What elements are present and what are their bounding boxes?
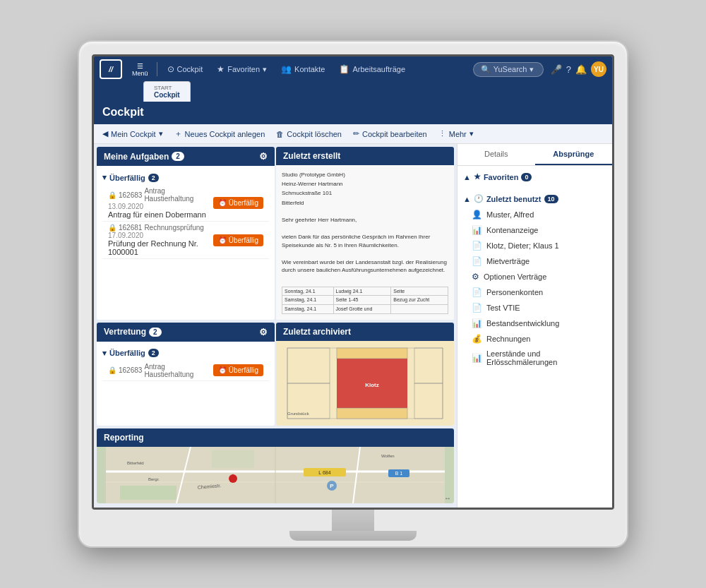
doc-icon-3: 📄	[472, 256, 482, 266]
recent-item-4[interactable]: ⚙ Optionen Verträge	[457, 269, 612, 284]
favoriten-icon: ★	[217, 64, 225, 74]
left-panels: Meine Aufgaben 2 ⚙ ▾ Überfällig 2	[94, 144, 457, 508]
logo[interactable]: //	[100, 59, 122, 79]
nav-icons: 🎤 ? 🔔 YU	[551, 61, 606, 77]
mein-cockpit-icon: ◀	[102, 129, 108, 138]
doc-address: Schmuckstraße 101	[282, 189, 448, 197]
nav-favoriten[interactable]: ★ Favoriten ▾	[211, 61, 273, 77]
recent-item-6[interactable]: 📄 Test VTIE	[457, 300, 612, 316]
overdue-label-1: Überfällig	[229, 199, 258, 207]
money-icon-8: 💰	[472, 334, 482, 344]
zuletzt-benutzt-section: ▲ 🕐 Zuletzt benutzt 10 👤 Muster, Alfred …	[457, 188, 612, 372]
nav-kontakte-label: Kontakte	[294, 65, 325, 73]
recent-label-9: Leerstände und Erlösschmälerungen	[486, 349, 604, 366]
doc-inner: Studio (Prototype GmbH) Heinz-Werner Har…	[276, 165, 454, 320]
nav-cockpit[interactable]: ⊙ Cockpit	[162, 61, 209, 77]
recent-item-2[interactable]: 📄 Klotz, Dieter; Klaus 1	[457, 238, 612, 253]
chart-icon-7: 📊	[472, 318, 482, 328]
sidebar-tabs: Details Absprünge	[457, 144, 612, 166]
task-left-3: 🔒 162683 Antrag Haustierhaltung	[108, 363, 213, 378]
meine-aufgaben-settings[interactable]: ⚙	[259, 151, 268, 162]
favoriten-star-icon: ★	[474, 172, 481, 181]
help-icon[interactable]: ?	[566, 64, 571, 75]
nav-auftraege[interactable]: 📋 Arbeitsaufträge	[333, 61, 411, 77]
favoriten-header[interactable]: ▲ ★ Favoriten 0	[457, 169, 612, 185]
vertretung-count: 2	[149, 328, 162, 337]
right-sidebar: Details Absprünge ▲ ★ Favoriten 0	[457, 144, 612, 508]
task-date-1: 13.09.2020	[108, 203, 213, 210]
reporting-panel: Reporting	[97, 428, 454, 503]
ueberfaellig-section-2[interactable]: ▾ Überfällig 2	[102, 346, 269, 361]
task-row-1: 🔒 162683 Antrag Haustierhaltung 13.09.20…	[102, 185, 269, 222]
search-icon: 🔍	[481, 65, 491, 74]
recent-label-8: Rechnungen	[486, 335, 530, 343]
nav-kontakte[interactable]: 👥 Kontakte	[275, 61, 330, 77]
vertretung-settings[interactable]: ⚙	[259, 327, 268, 337]
svg-rect-18	[212, 450, 254, 468]
nav-auftraege-label: Arbeitsaufträge	[352, 65, 405, 73]
zuletzt-archiviert-header: Zuletzt archiviert	[276, 323, 454, 341]
overdue-label-3: Überfällig	[229, 366, 258, 374]
tab-details[interactable]: Details	[457, 144, 535, 165]
microphone-icon[interactable]: 🎤	[551, 64, 562, 75]
top-panel-row: Meine Aufgaben 2 ⚙ ▾ Überfällig 2	[97, 147, 454, 321]
zuletzt-benutzt-header[interactable]: ▲ 🕐 Zuletzt benutzt 10	[457, 191, 612, 207]
task-lock-icon-1: 🔒	[108, 191, 116, 199]
reporting-title: Reporting	[104, 433, 144, 443]
person-icon-0: 👤	[472, 210, 482, 220]
chart-icon-1: 📊	[472, 225, 482, 235]
more-icon: ⋮	[438, 129, 446, 138]
recent-item-5[interactable]: 📄 Personenkonten	[457, 284, 612, 300]
zuletzt-archiviert-title: Zuletzt archiviert	[283, 327, 351, 337]
recent-label-4: Optionen Verträge	[484, 272, 546, 281]
new-cockpit-button[interactable]: ＋ Neues Cockpit anlegen	[174, 128, 265, 139]
task-id-num-1: 162683	[119, 191, 142, 199]
recent-item-8[interactable]: 💰 Rechnungen	[457, 331, 612, 347]
tab-abspruenge[interactable]: Absprünge	[535, 144, 613, 165]
avatar-initials: YU	[594, 66, 604, 73]
recent-item-3[interactable]: 📄 Mietverträge	[457, 253, 612, 269]
svg-text:P: P	[330, 483, 334, 489]
gear-icon-4: ⚙	[472, 272, 479, 282]
task-id-3: 🔒 162683 Antrag Haustierhaltung	[108, 363, 213, 378]
doc-icon-5: 📄	[472, 287, 482, 297]
recent-item-0[interactable]: 👤 Muster, Alfred	[457, 207, 612, 222]
recent-item-9[interactable]: 📊 Leerstände und Erlösschmälerungen	[457, 347, 612, 369]
doc-city: Bitterfeld	[282, 199, 448, 207]
meine-aufgaben-panel: Meine Aufgaben 2 ⚙ ▾ Überfällig 2	[97, 147, 275, 320]
ueberfaellig-section-1[interactable]: ▾ Überfällig 2	[102, 170, 269, 185]
user-avatar[interactable]: YU	[591, 61, 606, 77]
notification-icon[interactable]: 🔔	[575, 64, 587, 75]
meine-aufgaben-title: Meine Aufgaben	[104, 152, 169, 162]
more-button[interactable]: ⋮ Mehr ▾	[438, 129, 474, 138]
vertretung-title: Vertretung	[104, 327, 146, 337]
svg-rect-8	[337, 348, 407, 359]
more-chevron: ▾	[469, 129, 474, 138]
vertretung-panel: Vertretung 2 ⚙ ▾ Überfällig 2	[97, 323, 275, 426]
ueberfaellig-label-2: Überfällig	[109, 349, 145, 357]
ueberfaellig-chevron-1: ▾	[102, 173, 107, 182]
recent-label-5: Personenkonten	[486, 288, 543, 296]
task-title-2: Prüfung der Rechnung Nr. 1000001	[108, 239, 213, 256]
blueprint-svg: Klotz Grundstück	[276, 341, 454, 426]
svg-rect-17	[120, 486, 176, 500]
svg-text:L 684: L 684	[318, 470, 330, 475]
nav-cockpit-label: Cockpit	[177, 65, 203, 73]
task-row-3: 🔒 162683 Antrag Haustierhaltung ⏰ Überfä…	[102, 361, 269, 381]
map-svg: L 684 B 1 P Chemiestr.	[97, 447, 454, 503]
resize-handle[interactable]: ↔	[444, 494, 451, 502]
doc-greeting: Sehr geehrter Herr Hartmann,	[282, 216, 448, 224]
recent-item-7[interactable]: 📊 Bestandsentwicklung	[457, 316, 612, 331]
mein-cockpit-button[interactable]: ◀ Mein Cockpit ▾	[102, 129, 163, 138]
doc-table: Sonntag, 24.1Ludwig 24.1Seite Samstag, 2…	[282, 287, 448, 314]
zuletzt-benutzt-label: Zuletzt benutzt	[486, 195, 542, 203]
favoriten-label: Favoriten	[484, 173, 519, 181]
recent-item-1[interactable]: 📊 Kontenanzeige	[457, 222, 612, 238]
search-box[interactable]: 🔍 YuSearch ▾	[473, 62, 544, 77]
menu-button[interactable]: ☰ Menü	[128, 61, 152, 78]
delete-cockpit-button[interactable]: 🗑 Cockpit löschen	[276, 130, 342, 138]
svg-text:Wolfen: Wolfen	[381, 454, 395, 458]
recent-label-7: Bestandsentwicklung	[486, 319, 559, 328]
breadcrumb-tab-cockpit[interactable]: START Cockpit	[143, 81, 191, 102]
edit-cockpit-button[interactable]: ✏ Cockpit bearbeiten	[353, 129, 427, 138]
